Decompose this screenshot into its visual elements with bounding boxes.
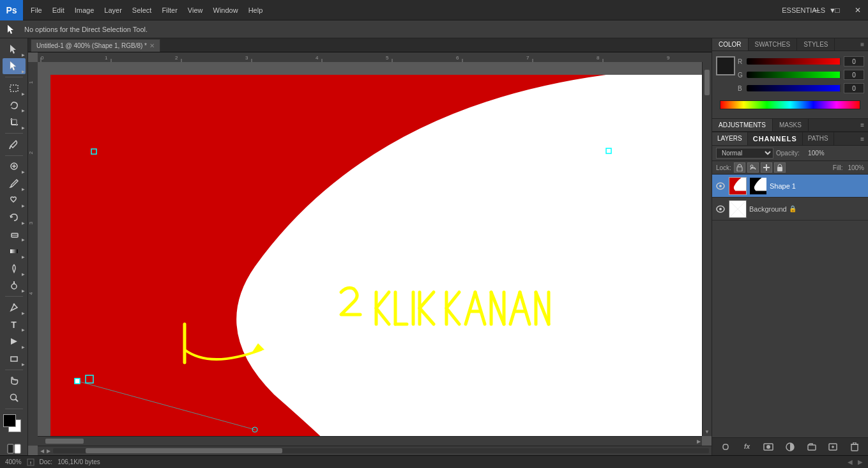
shape-tool-button[interactable]: ▶	[3, 350, 26, 367]
status-left-arrow[interactable]: ◀	[848, 458, 853, 465]
menu-view[interactable]: View	[183, 0, 208, 20]
status-bar: 400% Doc: 106,1K/0 bytes ◀ ▶	[0, 455, 868, 468]
brush-tool-button[interactable]: ▶	[3, 175, 26, 192]
maximize-button[interactable]: □	[827, 0, 848, 20]
document-tab-close[interactable]: ✕	[149, 42, 155, 49]
lock-image-pixels-button[interactable]	[747, 162, 759, 173]
link-layers-button[interactable]	[719, 440, 733, 454]
zoom-tool-button[interactable]	[3, 389, 26, 406]
color-spectrum-bar[interactable]	[720, 100, 860, 109]
layers-tab[interactable]: LAYERS	[712, 132, 748, 145]
menu-select[interactable]: Select	[127, 0, 157, 20]
selection-tool-button[interactable]: ▶	[3, 41, 26, 58]
foreground-swatch[interactable]	[716, 56, 735, 75]
lock-row: Lock: Fill: 100%	[712, 161, 868, 175]
healing-tool-button[interactable]: ▶	[3, 158, 26, 175]
lasso-tool-button[interactable]: ▶	[3, 97, 26, 114]
quick-mask-button[interactable]	[3, 442, 26, 455]
menu-help[interactable]: Help	[243, 0, 268, 20]
g-value-input[interactable]	[844, 70, 864, 80]
marquee-tool-button[interactable]: ▶	[3, 80, 26, 97]
h-scroll-thumb[interactable]	[45, 439, 84, 444]
close-button[interactable]: ✕	[848, 0, 868, 20]
eraser-tool-button[interactable]: ▶	[3, 226, 26, 243]
left-toolbar: ▶ ▶ ▶ ▶ ▶	[0, 38, 28, 455]
scroll-arrow-right[interactable]: ▶	[697, 439, 701, 444]
color-tab[interactable]: COLOR	[712, 38, 749, 51]
dodge-tool-button[interactable]: ▶	[3, 277, 26, 294]
adjustments-tab[interactable]: ADJUSTMENTS	[712, 119, 773, 131]
svg-text:2: 2	[28, 151, 34, 154]
swatches-tab[interactable]: SWATCHES	[749, 38, 798, 51]
foreground-background-colors[interactable]	[3, 414, 25, 434]
scroll-right-icon[interactable]: ▶	[47, 448, 50, 454]
horizontal-scrollbar[interactable]: ▶	[38, 436, 702, 446]
history-brush-button[interactable]: ▶	[3, 209, 26, 226]
adjustments-panel-options-icon[interactable]: ≡	[857, 120, 868, 130]
pen-tool-button[interactable]: ▶	[3, 299, 26, 316]
svg-rect-24	[38, 52, 712, 62]
crop-tool-button[interactable]: ▶	[3, 114, 26, 130]
foreground-color-swatch[interactable]	[3, 414, 16, 427]
svg-text:3: 3	[245, 55, 248, 61]
add-mask-button[interactable]	[761, 440, 775, 454]
hand-tool-button[interactable]	[3, 373, 26, 389]
menu-file[interactable]: File	[26, 0, 47, 20]
menu-image[interactable]: Image	[70, 0, 100, 20]
b-slider[interactable]	[747, 85, 841, 91]
status-bar-info-btn[interactable]	[27, 458, 34, 466]
canvas-document[interactable]: ▶ ▼	[38, 62, 712, 446]
path-selection-button[interactable]: ▶	[3, 333, 26, 350]
scroll-left-icon[interactable]: ◀	[40, 448, 44, 454]
vertical-scrollbar[interactable]: ▼	[702, 62, 712, 436]
svg-text:4: 4	[316, 55, 319, 61]
direct-selection-tool-button[interactable]: ▶	[3, 58, 26, 75]
paths-tab[interactable]: PATHS	[803, 132, 834, 145]
eyedropper-tool-button[interactable]	[3, 136, 26, 153]
clone-stamp-button[interactable]: ▶	[3, 192, 26, 209]
r-value-input[interactable]	[844, 56, 864, 66]
fill-label: Fill:	[833, 164, 843, 171]
create-adjustment-button[interactable]	[783, 440, 797, 454]
blend-mode-select[interactable]: Normal Multiply Screen	[716, 148, 773, 159]
layers-panel-options-icon[interactable]: ≡	[857, 134, 868, 144]
scroll-arrow-down[interactable]: ▼	[704, 429, 710, 435]
blur-tool-button[interactable]: ▶	[3, 260, 26, 277]
minimize-button[interactable]: ─	[807, 0, 827, 20]
svg-text:1: 1	[28, 81, 34, 84]
r-slider[interactable]	[747, 58, 841, 65]
layer-row-background[interactable]: Background 🔒	[712, 198, 868, 221]
color-panel-options-icon[interactable]: ≡	[857, 40, 868, 49]
menu-window[interactable]: Window	[208, 0, 243, 20]
options-bar: No options for the Direct Selection Tool…	[0, 20, 868, 38]
menu-filter[interactable]: Filter	[156, 0, 182, 20]
gradient-tool-button[interactable]: ▶	[3, 243, 26, 260]
layer-thumb-bg	[729, 200, 747, 218]
v-scroll-thumb[interactable]	[704, 70, 710, 95]
layer-thumb-shape1	[729, 177, 747, 195]
layers-panel: LAYERS CHANNELS PATHS ≡ Normal Multiply …	[712, 132, 868, 455]
create-group-button[interactable]	[805, 440, 819, 454]
layer-row-shape1[interactable]: Shape 1	[712, 175, 868, 198]
layer-visibility-bg[interactable]	[715, 203, 726, 215]
layer-visibility-shape1[interactable]	[715, 180, 726, 192]
create-new-layer-button[interactable]	[826, 440, 840, 454]
channels-tab[interactable]: CHANNELS	[748, 132, 803, 145]
g-slider[interactable]	[747, 72, 841, 78]
delete-layer-button[interactable]	[848, 440, 862, 454]
lock-position-button[interactable]	[761, 162, 772, 173]
type-tool-button[interactable]: T ▶	[3, 316, 26, 333]
h-scroll-inner-thumb[interactable]	[86, 448, 282, 453]
b-value-input[interactable]	[844, 83, 864, 93]
lock-transparent-button[interactable]	[734, 162, 745, 173]
doc-size: 106,1K/0 bytes	[57, 458, 100, 465]
menu-edit[interactable]: Edit	[47, 0, 70, 20]
status-right-arrow[interactable]: ▶	[858, 458, 863, 465]
svg-point-17	[13, 304, 15, 306]
menu-layer[interactable]: Layer	[99, 0, 127, 20]
document-tab[interactable]: Untitled-1 @ 400% (Shape 1, RGB/8) * ✕	[31, 39, 160, 52]
lock-all-button[interactable]	[774, 162, 786, 173]
masks-tab[interactable]: MASKS	[773, 119, 809, 131]
add-layer-style-button[interactable]: fx	[740, 440, 754, 454]
styles-tab[interactable]: STYLES	[797, 38, 835, 51]
